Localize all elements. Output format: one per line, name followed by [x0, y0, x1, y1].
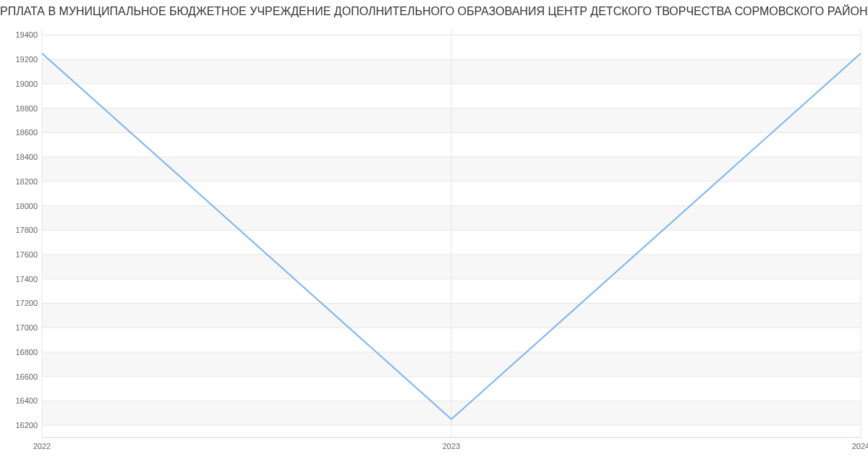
y-tick-label: 16400 — [15, 396, 38, 405]
y-tick-label: 18400 — [15, 153, 38, 161]
y-tick-label: 16600 — [15, 372, 38, 381]
y-tick-label: 17000 — [15, 323, 38, 332]
y-tick-label: 16800 — [15, 348, 38, 356]
y-tick-label: 18800 — [15, 104, 38, 113]
x-tick-label: 2022 — [33, 442, 51, 450]
x-tick-label: 2023 — [443, 442, 460, 450]
chart-title: РПЛАТА В МУНИЦИПАЛЬНОЕ БЮДЖЕТНОЕ УЧРЕЖДЕ… — [0, 5, 868, 18]
y-tick-label: 18600 — [15, 128, 38, 137]
y-tick-label: 19200 — [15, 55, 38, 64]
y-tick-label: 18200 — [15, 177, 38, 186]
y-tick-label: 18000 — [15, 202, 38, 210]
y-tick-label: 17200 — [15, 299, 38, 307]
chart-container: РПЛАТА В МУНИЦИПАЛЬНОЕ БЮДЖЕТНОЕ УЧРЕЖДЕ… — [0, 0, 868, 470]
y-tick-label: 17600 — [15, 250, 38, 259]
x-tick-label: 2024 — [852, 442, 868, 450]
y-tick-label: 19000 — [15, 80, 38, 88]
y-tick-label: 17800 — [15, 226, 38, 234]
chart-svg: 1620016400166001680017000172001740017600… — [0, 0, 868, 470]
y-tick-label: 16200 — [15, 421, 38, 430]
y-tick-label: 19400 — [15, 30, 38, 39]
y-tick-label: 17400 — [15, 275, 38, 283]
